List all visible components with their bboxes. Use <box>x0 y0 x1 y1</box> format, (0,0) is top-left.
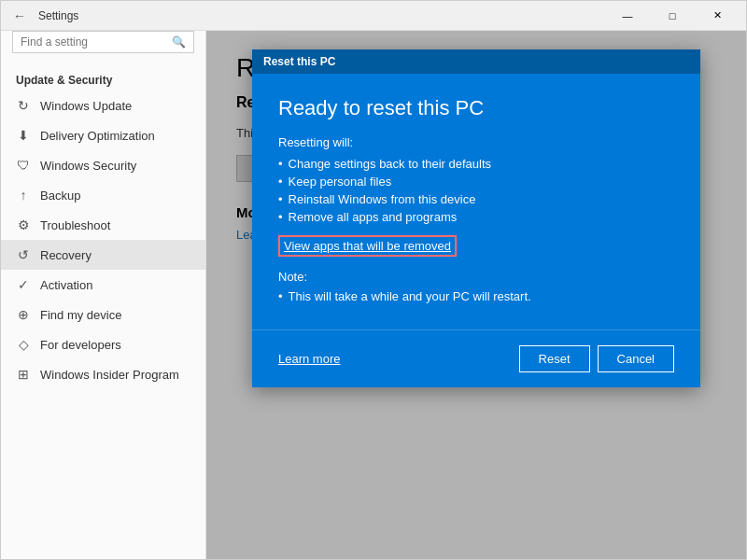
view-apps-link[interactable]: View apps that will be removed <box>278 235 457 257</box>
reset-button[interactable]: Reset <box>519 345 590 372</box>
sidebar-item-label: Windows Update <box>40 99 132 113</box>
modal-overlay: Reset this PC Ready to reset this PC Res… <box>206 31 746 559</box>
title-bar: ← Settings — □ ✕ <box>1 1 746 31</box>
sidebar-item-label: Recovery <box>40 248 92 262</box>
troubleshoot-icon: ⚙ <box>16 217 31 232</box>
bullet-1: Change settings back to their defaults <box>278 157 674 171</box>
bullet-3: Reinstall Windows from this device <box>278 192 674 206</box>
cancel-button[interactable]: Cancel <box>598 345 674 372</box>
modal-title-bar: Reset this PC <box>252 49 700 74</box>
minimize-button[interactable]: — <box>606 1 649 31</box>
main-content: Recovery Reset this PC This will restart… <box>206 31 746 559</box>
note-label: Note: <box>278 270 674 284</box>
close-button[interactable]: ✕ <box>696 1 739 31</box>
maximize-button[interactable]: □ <box>651 1 694 31</box>
sidebar-item-windows-security[interactable]: 🛡 Windows Security <box>1 150 205 180</box>
bullet-4: Remove all apps and programs <box>278 210 674 224</box>
windows-security-icon: 🛡 <box>16 158 31 173</box>
note-bullet-1: This will take a while and your PC will … <box>278 289 674 303</box>
sidebar-item-for-developers[interactable]: ◇ For developers <box>1 329 205 359</box>
sidebar-item-delivery-optimization[interactable]: ⬇ Delivery Optimization <box>1 120 205 150</box>
resetting-label: Resetting will: <box>278 135 674 149</box>
modal-footer: Learn more Reset Cancel <box>252 329 700 387</box>
sidebar-item-backup[interactable]: ↑ Backup <box>1 180 205 210</box>
modal-heading: Ready to reset this PC <box>278 96 674 120</box>
activation-icon: ✓ <box>16 277 31 292</box>
title-bar-left: ← Settings <box>8 5 78 27</box>
search-box[interactable]: 🔍 <box>12 31 194 53</box>
sidebar-item-windows-update[interactable]: ↻ Windows Update <box>1 91 205 120</box>
sidebar-item-label: Windows Security <box>40 159 136 173</box>
learn-more-link[interactable]: Learn more <box>278 352 340 366</box>
reset-pc-modal: Reset this PC Ready to reset this PC Res… <box>252 49 700 387</box>
sidebar-item-find-my-device[interactable]: ⊕ Find my device <box>1 300 205 329</box>
sidebar-item-label: Activation <box>40 278 92 292</box>
sidebar: 🔍 Update & Security ↻ Windows Update ⬇ D… <box>1 31 206 559</box>
windows-update-icon: ↻ <box>16 98 31 113</box>
back-button[interactable]: ← <box>8 5 31 27</box>
sidebar-item-recovery[interactable]: ↺ Recovery <box>1 240 205 270</box>
section-label: Update & Security <box>1 64 205 91</box>
sidebar-item-windows-insider[interactable]: ⊞ Windows Insider Program <box>1 359 205 389</box>
sidebar-item-label: Backup <box>40 189 80 203</box>
delivery-optimization-icon: ⬇ <box>16 128 31 143</box>
sidebar-item-activation[interactable]: ✓ Activation <box>1 270 205 300</box>
sidebar-item-label: Troubleshoot <box>40 218 110 232</box>
recovery-icon: ↺ <box>16 247 31 262</box>
sidebar-item-label: Find my device <box>40 308 121 322</box>
sidebar-item-label: For developers <box>40 338 121 352</box>
bullet-2: Keep personal files <box>278 175 674 189</box>
title-bar-controls: — □ ✕ <box>606 1 739 31</box>
windows-insider-icon: ⊞ <box>16 367 31 382</box>
content-area: 🔍 Update & Security ↻ Windows Update ⬇ D… <box>1 31 746 559</box>
sidebar-item-troubleshoot[interactable]: ⚙ Troubleshoot <box>1 210 205 240</box>
for-developers-icon: ◇ <box>16 337 31 352</box>
resetting-bullets: Change settings back to their defaults K… <box>278 157 674 224</box>
search-input[interactable] <box>21 35 166 49</box>
sidebar-item-label: Delivery Optimization <box>40 129 155 143</box>
search-icon: 🔍 <box>172 35 186 49</box>
find-my-device-icon: ⊕ <box>16 307 31 322</box>
sidebar-item-label: Windows Insider Program <box>40 368 179 382</box>
note-bullets: This will take a while and your PC will … <box>278 289 674 303</box>
title-bar-title: Settings <box>38 9 78 22</box>
backup-icon: ↑ <box>16 188 31 203</box>
modal-body: Ready to reset this PC Resetting will: C… <box>252 74 700 329</box>
settings-window: ← Settings — □ ✕ 🔍 Update & Security ↻ W… <box>0 0 747 560</box>
